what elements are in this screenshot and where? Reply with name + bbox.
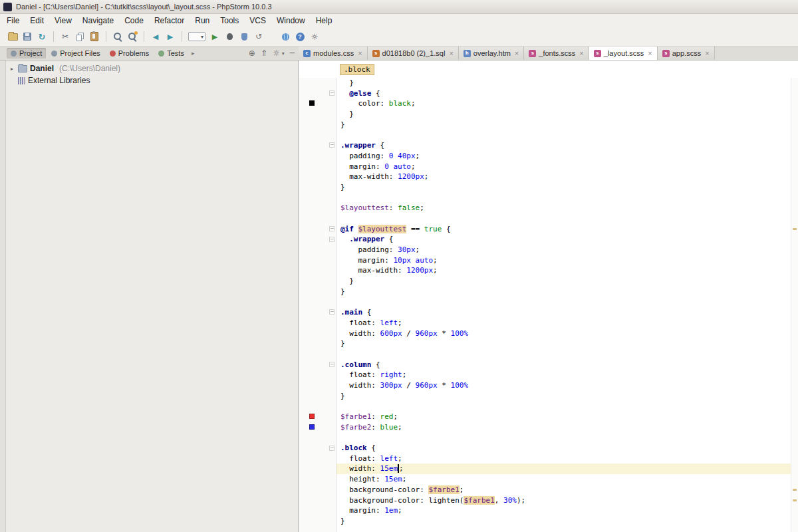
code-line[interactable] (336, 213, 791, 224)
tab-close-icon[interactable]: × (648, 49, 652, 57)
code-line[interactable]: $layouttest: false; (336, 203, 791, 213)
code-line[interactable]: } (336, 338, 791, 349)
code-line[interactable]: float: right; (336, 370, 791, 380)
settings-icon[interactable]: ☼ (307, 29, 322, 44)
find-in-path-icon[interactable] (125, 29, 140, 44)
editor-tab-fonts-scss[interactable]: s_fonts.scss× (524, 47, 589, 60)
editor-tab-app-scss[interactable]: sapp.scss× (658, 47, 715, 60)
tab-close-icon[interactable]: × (449, 49, 453, 57)
locate-icon[interactable]: ⊕ (249, 49, 255, 58)
code-line[interactable]: .block { (336, 443, 791, 454)
code-line[interactable] (336, 297, 791, 307)
code-line[interactable]: .wrapper { (336, 140, 791, 151)
menu-item-vcs[interactable]: VCS (244, 14, 271, 27)
run-configurations-select[interactable]: ▾ (188, 32, 205, 41)
code-line[interactable]: margin: 10px auto; (336, 255, 791, 266)
code-line[interactable]: color: black; (336, 98, 791, 109)
debug-icon[interactable] (222, 29, 237, 44)
tool-button-problems[interactable]: Problems (106, 48, 153, 59)
tree-row-daniel[interactable]: ▸Daniel(C:\Users\Daniel) (6, 63, 298, 74)
code-line[interactable]: width: 300px / 960px * 100% (336, 380, 791, 391)
menu-item-window[interactable]: Window (271, 14, 311, 27)
tree-chevron-icon[interactable]: ▸ (9, 66, 15, 72)
editor-tab-layout-scss[interactable]: s_layout.scss× (589, 47, 658, 60)
color-preview-chip[interactable] (309, 100, 315, 106)
tab-close-icon[interactable]: × (358, 49, 362, 57)
back-icon[interactable]: ◀ (148, 29, 163, 44)
stripe-mark[interactable] (793, 228, 797, 230)
fold-marker-icon[interactable]: − (329, 446, 334, 451)
code-line[interactable]: width: 15em; (336, 464, 791, 474)
chevron-right-icon[interactable]: ▸ (190, 50, 197, 57)
tool-window-strip[interactable] (0, 61, 6, 532)
code-line[interactable]: background-color: $farbe1; (336, 485, 791, 495)
coverage-icon[interactable] (237, 29, 251, 44)
menu-item-navigate[interactable]: Navigate (77, 14, 119, 27)
copy-icon[interactable] (72, 29, 87, 44)
code-line[interactable]: } (336, 287, 791, 297)
editor-tab-d01818b0-2-1-sql[interactable]: sd01818b0 (2)_1.sql× (368, 47, 459, 60)
cut-icon[interactable]: ✂ (58, 29, 72, 44)
code-line[interactable]: } (336, 120, 791, 130)
code-line[interactable]: margin: 0 auto; (336, 162, 791, 172)
find-icon[interactable] (110, 29, 125, 44)
code-line[interactable]: .wrapper { (336, 234, 791, 245)
tab-close-icon[interactable]: × (705, 49, 709, 57)
code-line[interactable]: padding: 30px; (336, 245, 791, 255)
hide-panel-icon[interactable]: ─ (290, 49, 295, 58)
menu-item-help[interactable]: Help (311, 14, 338, 27)
code-area[interactable]: } @else { color: black; }}.wrapper { pad… (336, 78, 791, 532)
tool-button-project[interactable]: Project (7, 48, 46, 59)
synchronize-icon[interactable]: ↻ (35, 29, 49, 44)
fold-marker-icon[interactable]: − (329, 142, 334, 148)
menu-item-file[interactable]: File (1, 14, 25, 27)
code-line[interactable]: } (336, 109, 791, 120)
error-stripe[interactable] (791, 78, 798, 532)
code-line[interactable]: .main { (336, 307, 791, 318)
code-line[interactable]: max-width: 1200px; (336, 172, 791, 182)
fold-marker-icon[interactable]: − (329, 362, 334, 367)
editor-tab-overlay-htm[interactable]: hoverlay.htm× (459, 47, 524, 60)
tool-button-project-files[interactable]: Project Files (47, 48, 104, 59)
code-line[interactable]: } (336, 516, 791, 527)
code-line[interactable]: height: 15em; (336, 474, 791, 485)
open-in-browser-icon[interactable] (278, 29, 293, 44)
menu-item-code[interactable]: Code (119, 14, 149, 27)
code-line[interactable]: float: left; (336, 318, 791, 329)
tree-row-external-libraries[interactable]: External Libraries (6, 74, 298, 86)
fold-marker-icon[interactable]: − (329, 226, 334, 231)
collapse-all-icon[interactable]: ⇑ (261, 49, 267, 58)
code-line[interactable]: @else { (336, 88, 791, 99)
stripe-mark[interactable] (793, 489, 797, 491)
code-line[interactable] (336, 432, 791, 443)
code-line[interactable]: margin: 1em; (336, 505, 791, 516)
forward-icon[interactable]: ▶ (163, 29, 178, 44)
menu-item-edit[interactable]: Edit (25, 14, 49, 27)
code-line[interactable]: max-width: 1200px; (336, 265, 791, 276)
color-preview-chip[interactable] (309, 414, 315, 419)
menu-item-view[interactable]: View (49, 14, 77, 27)
code-line[interactable]: float: left; (336, 454, 791, 464)
fold-marker-icon[interactable]: − (329, 90, 334, 96)
code-line[interactable] (336, 193, 791, 203)
code-line[interactable]: width: 600px / 960px * 100% (336, 329, 791, 339)
editor-gutter[interactable]: −−−−−−− (299, 78, 336, 532)
tab-close-icon[interactable]: × (579, 49, 583, 57)
menu-item-run[interactable]: Run (190, 14, 215, 27)
code-line[interactable]: .column { (336, 360, 791, 370)
menu-item-tools[interactable]: Tools (215, 14, 244, 27)
code-line[interactable]: } (336, 182, 791, 193)
code-line[interactable]: background-color: lighten($farbe1, 30%); (336, 495, 791, 506)
panel-settings-icon[interactable]: ☼ (273, 49, 280, 58)
save-all-icon[interactable] (20, 29, 35, 44)
menu-item-refactor[interactable]: Refactor (149, 14, 190, 27)
profiler-icon[interactable]: ↺ (251, 29, 266, 44)
fold-marker-icon[interactable]: − (329, 309, 334, 315)
code-line[interactable] (336, 130, 791, 140)
stripe-mark[interactable] (793, 499, 797, 501)
fold-marker-icon[interactable]: − (329, 237, 334, 242)
code-line[interactable]: $farbe2: blue; (336, 422, 791, 433)
tab-close-icon[interactable]: × (515, 49, 519, 57)
code-line[interactable]: $farbe1: red; (336, 412, 791, 422)
paste-icon[interactable] (87, 29, 102, 44)
